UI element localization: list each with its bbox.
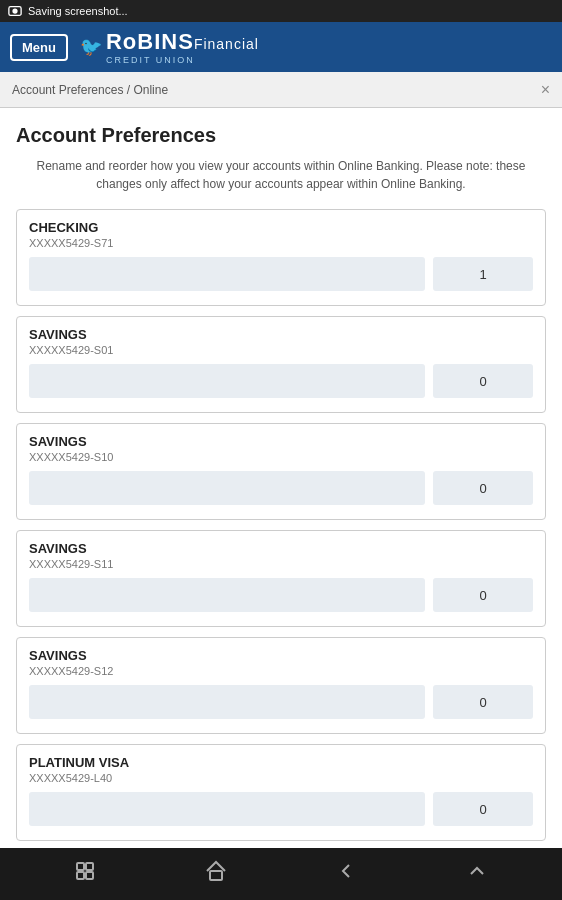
svg-rect-6 bbox=[210, 871, 222, 880]
svg-rect-2 bbox=[77, 863, 84, 870]
account-number: XXXXX5429-S71 bbox=[29, 237, 533, 249]
account-label: SAVINGS bbox=[29, 434, 533, 449]
logo-robins: RoBINSFinancial bbox=[106, 29, 259, 54]
account-label: SAVINGS bbox=[29, 541, 533, 556]
account-name-input[interactable] bbox=[29, 792, 425, 826]
camera-icon bbox=[8, 4, 22, 18]
account-card: SAVINGS XXXXX5429-S01 bbox=[16, 316, 546, 413]
account-inputs bbox=[29, 685, 533, 719]
back-icon[interactable] bbox=[334, 859, 358, 889]
main-content: Account Preferences Rename and reorder h… bbox=[0, 108, 562, 848]
logo: 🐦 RoBINSFinancial CREDIT UNION bbox=[80, 29, 259, 65]
page-description: Rename and reorder how you view your acc… bbox=[16, 157, 546, 193]
recent-apps-icon[interactable] bbox=[73, 859, 97, 889]
home-icon[interactable] bbox=[204, 859, 228, 889]
account-inputs bbox=[29, 578, 533, 612]
account-order-input[interactable] bbox=[433, 792, 533, 826]
bird-icon: 🐦 bbox=[80, 36, 102, 58]
close-icon[interactable]: × bbox=[541, 82, 550, 98]
logo-cu: CREDIT UNION bbox=[106, 55, 259, 65]
account-name-input[interactable] bbox=[29, 685, 425, 719]
account-card: SAVINGS XXXXX5429-S11 bbox=[16, 530, 546, 627]
account-inputs bbox=[29, 792, 533, 826]
account-card: SAVINGS XXXXX5429-S12 bbox=[16, 637, 546, 734]
account-number: XXXXX5429-S10 bbox=[29, 451, 533, 463]
account-card: PLATINUM VISA XXXXX5429-L40 bbox=[16, 744, 546, 841]
account-number: XXXXX5429-S01 bbox=[29, 344, 533, 356]
status-bar-label: Saving screenshot... bbox=[28, 5, 128, 17]
account-name-input[interactable] bbox=[29, 257, 425, 291]
svg-rect-3 bbox=[86, 863, 93, 870]
account-name-input[interactable] bbox=[29, 364, 425, 398]
nav-bar: Menu 🐦 RoBINSFinancial CREDIT UNION bbox=[0, 22, 562, 72]
page-title: Account Preferences bbox=[16, 124, 546, 147]
account-number: XXXXX5429-S12 bbox=[29, 665, 533, 677]
accounts-container: CHECKING XXXXX5429-S71 SAVINGS XXXXX5429… bbox=[16, 209, 546, 841]
svg-point-1 bbox=[12, 8, 17, 13]
bottom-nav bbox=[0, 848, 562, 900]
account-order-input[interactable] bbox=[433, 471, 533, 505]
menu-button[interactable]: Menu bbox=[10, 34, 68, 61]
account-number: XXXXX5429-S11 bbox=[29, 558, 533, 570]
account-name-input[interactable] bbox=[29, 471, 425, 505]
account-card: SAVINGS XXXXX5429-S10 bbox=[16, 423, 546, 520]
account-inputs bbox=[29, 471, 533, 505]
account-order-input[interactable] bbox=[433, 364, 533, 398]
account-label: CHECKING bbox=[29, 220, 533, 235]
account-label: PLATINUM VISA bbox=[29, 755, 533, 770]
svg-rect-4 bbox=[77, 872, 84, 879]
account-label: SAVINGS bbox=[29, 327, 533, 342]
account-name-input[interactable] bbox=[29, 578, 425, 612]
account-card: CHECKING XXXXX5429-S71 bbox=[16, 209, 546, 306]
account-label: SAVINGS bbox=[29, 648, 533, 663]
account-number: XXXXX5429-L40 bbox=[29, 772, 533, 784]
account-order-input[interactable] bbox=[433, 685, 533, 719]
svg-rect-5 bbox=[86, 872, 93, 879]
breadcrumb: Account Preferences / Online bbox=[12, 83, 168, 97]
account-order-input[interactable] bbox=[433, 257, 533, 291]
breadcrumb-bar: Account Preferences / Online × bbox=[0, 72, 562, 108]
status-bar: Saving screenshot... bbox=[0, 0, 562, 22]
account-inputs bbox=[29, 257, 533, 291]
up-icon[interactable] bbox=[465, 859, 489, 889]
account-order-input[interactable] bbox=[433, 578, 533, 612]
account-inputs bbox=[29, 364, 533, 398]
